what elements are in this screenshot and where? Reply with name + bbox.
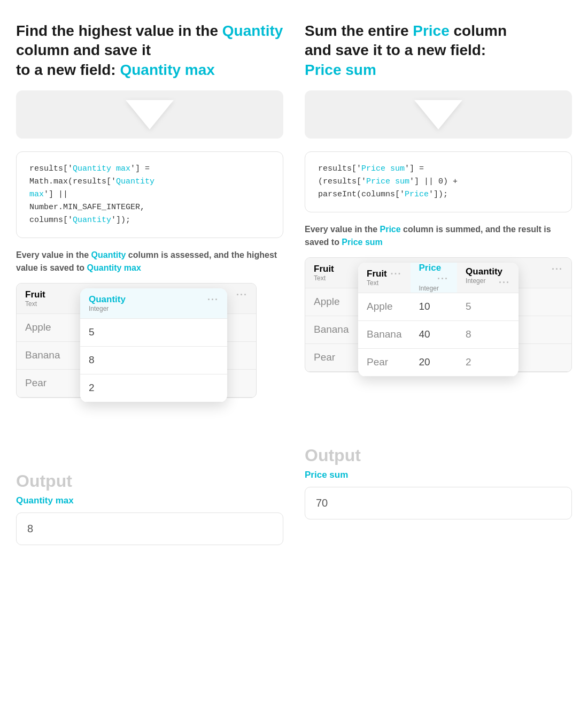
left-code-box: results['Quantity max'] = Math.max(resul…: [16, 151, 283, 238]
right-fg-banana-fruit: Banana: [358, 320, 411, 348]
right-arrow-box: [305, 90, 572, 139]
right-desc-highlight1: Price: [380, 225, 401, 234]
right-output-box: 70: [305, 487, 572, 519]
right-desc-highlight2: Price sum: [342, 238, 382, 247]
right-title-plain1: Sum the entire: [305, 22, 413, 39]
left-title-plain1: Find the highest value in the: [16, 22, 218, 39]
left-code-qty-max-1: Quantity max: [73, 164, 130, 173]
left-output-box: 8: [16, 513, 283, 545]
left-fg-row-3: 2: [80, 374, 227, 402]
right-output-title: Output: [305, 446, 572, 465]
left-down-arrow: [126, 100, 174, 129]
right-fg-row-2: Banana 40 8: [358, 320, 519, 348]
right-title-highlight1: Price: [413, 22, 450, 39]
right-fg-fruit-dots: ···: [391, 269, 402, 280]
right-fg-table: Fruit ··· Text Price ··· Integer Quantit…: [358, 263, 519, 377]
right-code-price-sum-1: Price sum: [361, 164, 405, 173]
left-table-wrapper: Fruit ··· Text Price ··· Integer Apple: [16, 283, 283, 454]
right-fg-banana-qty: 8: [457, 320, 519, 348]
right-fg-fruit-type: Text: [367, 279, 402, 287]
left-fg-qty-1: 5: [80, 318, 227, 346]
right-fg-price-label: Price: [419, 263, 442, 273]
right-fg-qty-dots: ···: [499, 277, 510, 288]
left-desc-highlight1: Quantity: [91, 250, 126, 259]
left-code-qty-2: Quantity: [73, 216, 111, 225]
right-fg-pear-qty: 2: [457, 348, 519, 376]
right-fg-col-fruit: Fruit ··· Text: [358, 263, 411, 293]
right-table-fg: Fruit ··· Text Price ··· Integer Quantit…: [358, 263, 519, 377]
left-fg-col-qty: Quantity ··· Integer: [80, 288, 227, 318]
left-bg-price-dots: ···: [236, 289, 247, 301]
left-output-title: Output: [16, 471, 283, 491]
right-fg-apple-price: 10: [411, 293, 458, 320]
left-fg-table: Quantity ··· Integer 5 8 2: [80, 288, 227, 402]
left-fg-qty-label: Quantity: [89, 294, 126, 304]
right-fg-row-3: Pear 20 2: [358, 348, 519, 376]
left-fg-qty-dots: ···: [207, 294, 219, 305]
right-output-label: Price sum: [305, 470, 572, 480]
right-section: Sum the entire Price columnand save it t…: [305, 21, 572, 545]
right-fg-pear-price: 20: [411, 348, 458, 376]
left-desc-highlight2: Quantity max: [87, 263, 141, 272]
right-fg-banana-price: 40: [411, 320, 458, 348]
left-fg-row-1: 5: [80, 318, 227, 346]
left-fg-qty-3: 2: [80, 374, 227, 402]
right-table-wrapper: Fruit ··· Text Price ··· Integer Quantit…: [305, 257, 572, 429]
left-fg-qty-type: Integer: [89, 305, 219, 312]
right-fg-col-qty: Quantity ··· Integer: [457, 263, 519, 293]
right-bg-qty-dots: ···: [552, 264, 563, 275]
left-title-highlight2: Quantity max: [120, 62, 214, 78]
right-desc: Every value in the Price column is summe…: [305, 223, 572, 249]
right-code-price-sum-2: Price sum: [366, 177, 409, 186]
left-fg-qty-2: 8: [80, 346, 227, 374]
left-arrow-box: [16, 90, 283, 139]
right-title: Sum the entire Price columnand save it t…: [305, 21, 572, 80]
left-section: Find the highest value in the Quantity c…: [16, 21, 283, 545]
right-title-highlight2: Price sum: [305, 62, 376, 78]
left-table-fg: Quantity ··· Integer 5 8 2: [80, 288, 227, 402]
left-code-max-1: max: [29, 190, 44, 199]
left-output-label: Quantity max: [16, 495, 283, 506]
right-fg-pear-fruit: Pear: [358, 348, 411, 376]
left-desc: Every value in the Quantity column is as…: [16, 249, 283, 274]
right-code-box: results['Price sum'] = (results['Price s…: [305, 151, 572, 212]
left-fg-row-2: 8: [80, 346, 227, 374]
left-code-qty-1: Quantity: [116, 177, 154, 186]
right-fg-apple-fruit: Apple: [358, 293, 411, 320]
right-fg-row-1: Apple 10 5: [358, 293, 519, 320]
right-code-price-1: Price: [405, 190, 429, 199]
left-title: Find the highest value in the Quantity c…: [16, 21, 283, 80]
right-fg-apple-qty: 5: [457, 293, 519, 320]
left-title-highlight1: Quantity: [222, 22, 283, 39]
right-fg-price-dots: ···: [437, 273, 448, 285]
right-down-arrow: [414, 100, 462, 129]
right-fg-col-price: Price ··· Integer: [411, 263, 458, 293]
